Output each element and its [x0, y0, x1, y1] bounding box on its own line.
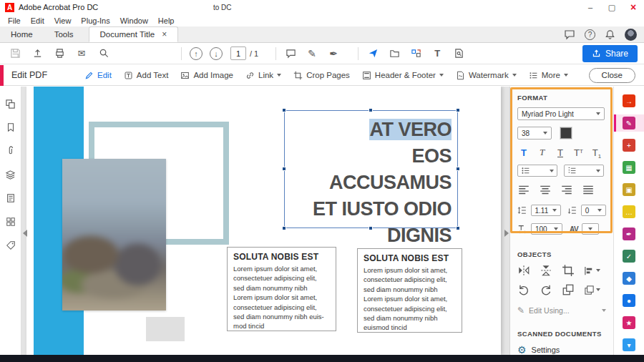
bookmarks-icon[interactable] — [4, 120, 18, 134]
menu-file[interactable]: File — [3, 16, 26, 25]
feedback-icon[interactable] — [564, 29, 575, 40]
menu-window[interactable]: Window — [115, 16, 153, 25]
close-document-icon[interactable]: × — [162, 29, 167, 39]
add-image-button[interactable]: Add Image — [180, 71, 233, 80]
bold-button[interactable]: T — [517, 147, 530, 158]
tab-home[interactable]: Home — [0, 26, 44, 42]
align-right-icon[interactable] — [560, 184, 573, 197]
stamp-icon[interactable]: ★ — [614, 314, 644, 331]
scan-settings-button[interactable]: ⚙ Settings — [517, 345, 606, 355]
resize-handle-sw[interactable] — [282, 226, 286, 230]
menu-view[interactable]: View — [49, 16, 77, 25]
destinations-icon[interactable] — [4, 215, 18, 229]
rotate-left-icon[interactable] — [517, 283, 530, 296]
highlight-pen-icon[interactable]: ✎ — [303, 45, 321, 62]
close-edit-pdf-button[interactable]: Close — [589, 68, 635, 83]
menu-help[interactable]: Help — [153, 16, 180, 25]
resize-handle-se[interactable] — [456, 226, 460, 230]
comment-rail-icon[interactable]: … — [614, 203, 644, 220]
align-justify-icon[interactable] — [582, 184, 595, 197]
create-pdf-icon[interactable]: + — [614, 137, 644, 154]
prepare-form-icon[interactable]: ✓ — [614, 248, 644, 265]
find-text-icon[interactable] — [450, 45, 467, 62]
email-icon[interactable]: ✉ — [73, 45, 90, 62]
maximize-button[interactable]: ▢ — [601, 0, 623, 14]
resize-handle-nw[interactable] — [282, 108, 286, 112]
link-button[interactable]: Link — [245, 71, 281, 80]
help-icon[interactable]: ? — [585, 29, 595, 40]
notifications-bell-icon[interactable] — [605, 29, 615, 40]
open-file-icon[interactable] — [386, 45, 403, 62]
send-for-comments-icon[interactable]: ● — [614, 292, 644, 309]
flip-vertical-icon[interactable] — [540, 264, 552, 277]
font-color-swatch[interactable] — [560, 127, 572, 139]
font-family-select[interactable]: Myriad Pro Light — [517, 107, 605, 120]
resize-handle-ne[interactable] — [456, 108, 460, 112]
add-text-button[interactable]: Add Text — [124, 71, 169, 80]
organize-pages-rail-icon[interactable]: ▦ — [614, 159, 644, 176]
user-avatar[interactable] — [625, 29, 637, 41]
text-column-1[interactable]: SOLUTA NOBIS EST Lorem ipsum dolor sit a… — [227, 247, 336, 331]
page-photo[interactable] — [62, 159, 166, 310]
page-number-input[interactable]: 1 — [230, 47, 246, 60]
save-icon[interactable] — [6, 45, 24, 62]
kerning-select[interactable] — [582, 223, 599, 235]
line-spacing-select[interactable]: 1.11 — [531, 205, 562, 216]
underline-button[interactable]: T — [554, 147, 567, 158]
arrange-button[interactable] — [584, 285, 600, 295]
edit-pdf-icon[interactable]: ✎ — [614, 114, 644, 132]
heading-text[interactable]: AT VERO EOS ACCUSAMUS ET IUSTO ODIO DIGN… — [288, 117, 452, 249]
more-button[interactable]: More — [529, 71, 568, 80]
text-column-2[interactable]: SOLUTA NOBIS EST Lorem ipsum dolor sit a… — [357, 248, 462, 333]
tab-tools[interactable]: Tools — [44, 26, 84, 42]
bullet-list-button[interactable] — [517, 165, 557, 177]
collapse-right-panel-handle[interactable] — [503, 224, 509, 243]
close-window-button[interactable]: × — [623, 0, 644, 14]
rotate-right-icon[interactable] — [540, 283, 552, 296]
selected-text-block[interactable]: AT VERO EOS ACCUSAMUS ET IUSTO ODIO DIGN… — [284, 110, 458, 228]
menu-edit[interactable]: Edit — [26, 16, 49, 25]
print-icon[interactable] — [51, 45, 68, 62]
resize-handle-w[interactable] — [282, 167, 286, 171]
paragraph-spacing-select[interactable]: 0 — [581, 205, 606, 216]
header-footer-button[interactable]: Header & Footer — [362, 71, 444, 80]
organize-pages-icon[interactable] — [407, 45, 424, 62]
edit-using-button[interactable]: ✎ Edit Using... — [517, 305, 606, 315]
fill-sign-icon[interactable]: ✒ — [614, 225, 644, 243]
collapse-left-panel-handle[interactable] — [21, 224, 28, 243]
share-button[interactable]: Share — [582, 45, 638, 62]
next-page-icon[interactable]: ↓ — [208, 45, 225, 62]
attachments-icon[interactable] — [4, 144, 18, 158]
page-thumbnails-icon[interactable] — [4, 97, 18, 111]
add-text-tool-icon[interactable]: T — [429, 45, 446, 62]
crop-object-icon[interactable] — [562, 264, 575, 277]
comment-icon[interactable] — [282, 45, 299, 62]
more-tools-icon[interactable]: ▾ — [614, 336, 644, 353]
italic-button[interactable]: T — [536, 147, 549, 158]
align-center-icon[interactable] — [539, 184, 552, 197]
signature-icon[interactable]: ✒ — [325, 45, 342, 62]
minimize-button[interactable]: – — [580, 0, 601, 14]
tab-document[interactable]: Document Title × — [89, 26, 179, 42]
replace-image-icon[interactable] — [562, 283, 575, 296]
selected-heading-text[interactable]: AT VERO — [369, 119, 452, 140]
flip-horizontal-icon[interactable] — [517, 264, 530, 277]
previous-page-icon[interactable]: ↑ — [187, 45, 205, 62]
subscript-button[interactable]: T1 — [590, 147, 603, 158]
align-objects-button[interactable] — [584, 265, 600, 276]
content-icon[interactable] — [4, 191, 18, 205]
numbered-list-button[interactable] — [564, 165, 604, 177]
superscript-button[interactable]: TT — [572, 147, 585, 158]
document-canvas[interactable]: AT VERO EOS ACCUSAMUS ET IUSTO ODIO DIGN… — [21, 87, 509, 355]
upload-icon[interactable] — [29, 45, 46, 62]
tags-icon[interactable] — [4, 238, 18, 253]
resize-handle-e[interactable] — [456, 167, 460, 171]
align-left-icon[interactable] — [517, 184, 530, 197]
protect-icon[interactable]: ◆ — [614, 270, 644, 287]
resize-handle-n[interactable] — [369, 108, 373, 112]
zoom-search-icon[interactable] — [95, 45, 112, 62]
pdf-page[interactable]: AT VERO EOS ACCUSAMUS ET IUSTO ODIO DIGN… — [26, 87, 501, 355]
watermark-button[interactable]: Watermark — [456, 71, 517, 80]
crop-pages-button[interactable]: Crop Pages — [293, 71, 350, 80]
layers-icon[interactable] — [4, 167, 18, 182]
